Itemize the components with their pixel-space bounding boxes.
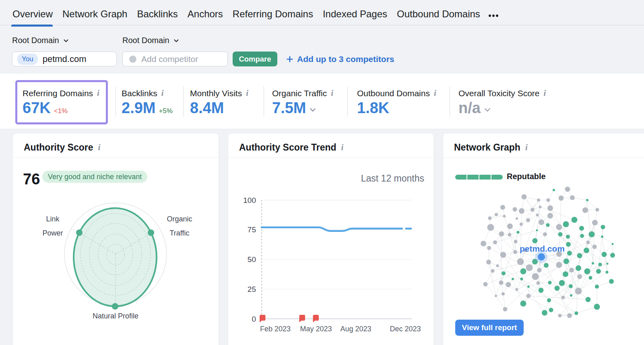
svg-text:50: 50: [248, 255, 256, 264]
svg-text:May 2023: May 2023: [300, 325, 332, 333]
svg-text:75: 75: [248, 225, 256, 234]
svg-text:Dec 2023: Dec 2023: [390, 325, 421, 333]
svg-text:25: 25: [248, 285, 256, 293]
svg-text:100: 100: [243, 196, 256, 205]
svg-text:Feb 2023: Feb 2023: [260, 325, 291, 333]
svg-text:0: 0: [252, 315, 256, 323]
svg-text:Aug 2023: Aug 2023: [340, 325, 371, 333]
svg-text:petmd.com: petmd.com: [520, 244, 565, 253]
